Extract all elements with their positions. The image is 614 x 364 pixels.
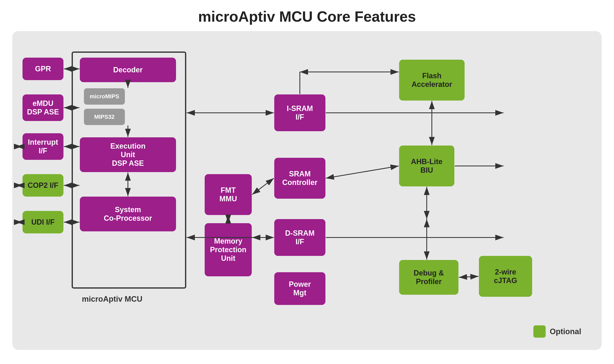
block-debug-profiler: Debug &Profiler (399, 260, 459, 295)
block-cjtag: 2-wirecJTAG (479, 256, 532, 297)
block-gpr: GPR (23, 58, 63, 80)
block-power-mgt: PowerMgt (274, 272, 325, 305)
block-microMIPS: microMIPS (84, 88, 125, 105)
block-interrupt: InterruptI/F (23, 133, 63, 160)
block-system-coproc: SystemCo-Processor (80, 197, 176, 231)
block-flash-accel: FlashAccelerator (399, 60, 465, 101)
block-execution-unit: ExecutionUnitDSP ASE (80, 137, 176, 172)
page-title: microAptiv MCU Core Features (0, 0, 614, 31)
svg-line-27 (459, 276, 478, 277)
block-dsram: D-SRAMI/F (274, 219, 325, 256)
block-udi: UDI I/F (23, 211, 63, 234)
block-mips32: MIPS32 (84, 109, 125, 125)
block-decoder: Decoder (80, 58, 176, 82)
block-cop2: COP2 I/F (23, 174, 63, 197)
svg-line-15 (252, 178, 274, 195)
diagram-container: GPR eMDUDSP ASE InterruptI/F COP2 I/F UD… (12, 31, 602, 350)
block-sram-controller: SRAMController (274, 158, 325, 199)
optional-label: Optional (550, 327, 581, 336)
block-mem-protect: MemoryProtectionUnit (205, 223, 252, 276)
block-fmt-mmu: FMTMMU (205, 174, 252, 215)
block-isram: I-SRAMI/F (274, 94, 325, 131)
svg-line-21 (326, 166, 399, 178)
legend-green-indicator (533, 325, 546, 338)
mcu-core-label: microAptiv MCU (82, 295, 142, 303)
block-emdu: eMDUDSP ASE (23, 94, 63, 121)
block-ahb-lite: AHB-LiteBIU (399, 145, 454, 186)
optional-legend: Optional (533, 325, 581, 338)
